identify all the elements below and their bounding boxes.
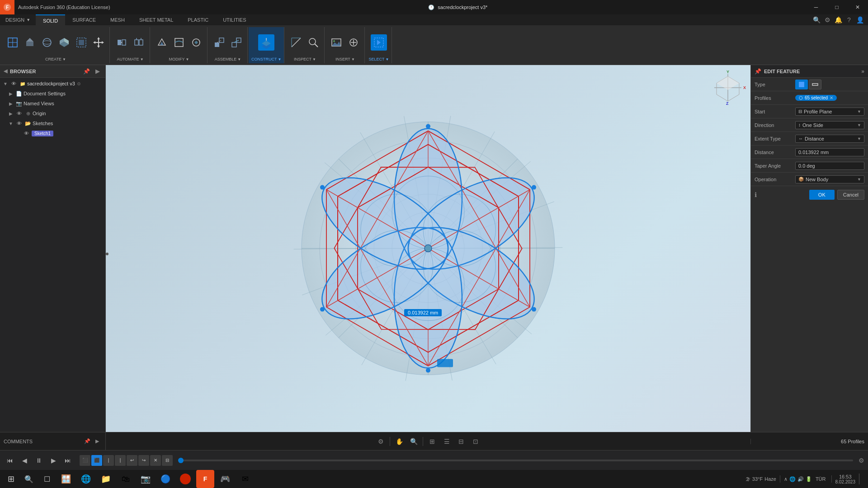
taskbar-app-photos[interactable]: 📷 [137,470,155,488]
toolbar-help-button[interactable]: ? [844,15,854,24]
ef-cancel-button[interactable]: Cancel [837,190,864,200]
inspect-icon2[interactable] [305,34,321,51]
timeline-tool-8[interactable]: ⊟ [162,455,173,466]
taskbar-app-store[interactable]: 🛍 [117,470,135,488]
taskbar-app-mail[interactable]: ✉ [236,470,254,488]
statusbar-display-icon[interactable]: ⊟ [456,436,467,447]
timeline-marker[interactable] [178,458,184,463]
tree-item-sketches[interactable]: ▼ 👁 📂 Sketches [0,118,105,128]
toolbar-account-button[interactable]: 👤 [855,15,864,24]
statusbar-move-icon[interactable]: ✋ [394,436,405,447]
viewcube[interactable]: Y X Z [710,70,746,106]
toolbar-search-button[interactable]: 🔍 [812,15,821,24]
tab-plastic[interactable]: PLASTIC [180,14,216,25]
edit-feature-pin-icon[interactable]: 📌 [755,68,761,75]
tree-eye-sketch1[interactable]: 👁 [23,130,30,137]
start-button[interactable]: ⊞ [2,470,20,488]
project-config-icon[interactable]: ⚙ [77,81,81,86]
taskbar-app-steam[interactable]: 🎮 [216,470,234,488]
create-revolve-icon[interactable] [39,34,55,51]
maximize-button[interactable]: □ [826,0,847,14]
tab-solid[interactable]: SOLID [36,14,65,25]
ef-type-solid-button[interactable] [795,80,808,89]
ef-extent-type-dropdown[interactable]: ↔ Distance ▼ [795,135,864,143]
comments-toggle-button[interactable]: 📌 [83,437,92,446]
timeline-tool-3[interactable]: | [103,455,114,466]
statusbar-view-icon[interactable]: ☰ [441,436,452,447]
edit-feature-collapse-button[interactable]: » [861,68,864,75]
playback-prev-button[interactable]: ◀ [18,454,31,467]
browser-collapse-button[interactable]: ◀ [4,68,7,74]
toolbar-settings-button[interactable]: ⚙ [823,15,832,24]
tree-item-origin[interactable]: ▶ 👁 ⊕ Origin [0,108,105,118]
create-select-all-icon[interactable] [73,34,90,51]
tree-expand-sketches[interactable]: ▼ [7,120,14,127]
create-new-body-icon[interactable] [5,34,21,51]
tray-clock[interactable]: 16:53 8.02.2023 [835,474,856,484]
automate-icon1[interactable] [113,34,130,51]
toolbar-group-insert-label[interactable]: INSERT▼ [335,57,355,61]
create-box-icon[interactable] [56,34,72,51]
inspect-icon1[interactable] [288,34,304,51]
taskbar-app-fusion[interactable]: F [196,470,214,488]
modify-icon1[interactable] [154,34,170,51]
ef-start-dropdown[interactable]: ⊟ Profile Plane ▼ [795,108,864,116]
create-move-icon[interactable] [90,34,107,51]
timeline-tool-2[interactable]: ⬛ [91,455,102,466]
tab-utilities[interactable]: UTILITIES [216,14,253,25]
timeline-tool-4[interactable]: | [115,455,126,466]
toolbar-group-automate-label[interactable]: AUTOMATE▼ [117,57,143,61]
toolbar-group-construct-label[interactable]: CONSTRUCT▼ [251,57,281,61]
assemble-icon1[interactable] [211,34,227,51]
tree-eye-sketches[interactable]: 👁 [15,120,23,127]
ef-operation-dropdown[interactable]: 📦 New Body ▼ [795,175,864,183]
toolbar-group-inspect-label[interactable]: INSPECT▼ [294,57,316,61]
modify-icon3[interactable] [188,34,204,51]
search-button[interactable]: 🔍 [20,470,38,488]
statusbar-more-icon[interactable]: ⊡ [470,436,481,447]
taskbar-app-folder[interactable]: 📁 [97,470,115,488]
close-button[interactable]: ✕ [847,0,868,14]
tree-item-sketch1[interactable]: ▶ 👁 Sketch1 [0,128,105,138]
tray-show-desktop-button[interactable] [859,474,863,484]
select-box-icon[interactable] [371,34,387,51]
taskbar-app-chrome[interactable]: 🔵 [156,470,175,488]
tree-item-doc-settings[interactable]: ▶ 📄 Document Settings [0,89,105,99]
tree-expand-origin[interactable]: ▶ [7,110,14,117]
insert-image-icon[interactable] [328,34,344,51]
statusbar-grid-icon[interactable]: ⊞ [427,436,438,447]
automate-icon2[interactable] [131,34,147,51]
geometry-canvas[interactable] [288,108,568,389]
tab-sheet-metal[interactable]: SHEET METAL [132,14,180,25]
tray-expand-button[interactable]: ∧ [784,476,788,482]
ef-info-icon[interactable]: ℹ [755,191,757,198]
taskview-button[interactable]: ☐ [38,470,56,488]
tree-expand-project[interactable]: ▼ [2,80,9,87]
assemble-icon2[interactable] [228,34,245,51]
tree-expand-views[interactable]: ▶ [7,100,14,107]
timeline-tool-1[interactable]: ⬛ [80,455,90,466]
browser-expand-button[interactable]: ▶ [93,67,102,76]
tab-surface[interactable]: SURFACE [65,14,103,25]
statusbar-settings-icon[interactable]: ⚙ [375,436,386,447]
tree-expand-doc[interactable]: ▶ [7,90,14,97]
create-extrude-icon[interactable] [22,34,38,51]
ef-direction-dropdown[interactable]: ↕ One Side ▼ [795,121,864,129]
ef-distance-input[interactable] [795,148,864,156]
tab-mesh[interactable]: MESH [103,14,132,25]
tree-item-project[interactable]: ▼ 👁 📁 sacredclockproject v3 ⚙ [0,79,105,89]
toolbar-group-create-label[interactable]: CREATE▼ [45,57,66,61]
toolbar-notifications-button[interactable]: 🔔 [834,15,843,24]
ef-type-thin-button[interactable] [809,80,821,89]
profiles-clear-button[interactable]: ✕ [830,95,833,100]
timeline-settings-button[interactable]: ⚙ [859,457,864,464]
timeline-tool-7[interactable]: ✕ [150,455,161,466]
main-canvas[interactable]: Y X Z [106,65,750,443]
statusbar-zoom-icon[interactable]: 🔍 [408,436,419,447]
timeline-tool-5[interactable]: ↩ [127,455,137,466]
playback-skip-end-button[interactable]: ⏭ [61,454,74,467]
toolbar-group-assemble-label[interactable]: ASSEMBLE▼ [215,57,241,61]
taskbar-app-browser-edge[interactable]: 🌐 [77,470,95,488]
tree-eye-project[interactable]: 👁 [10,80,17,87]
browser-pin-button[interactable]: 📌 [82,67,91,76]
